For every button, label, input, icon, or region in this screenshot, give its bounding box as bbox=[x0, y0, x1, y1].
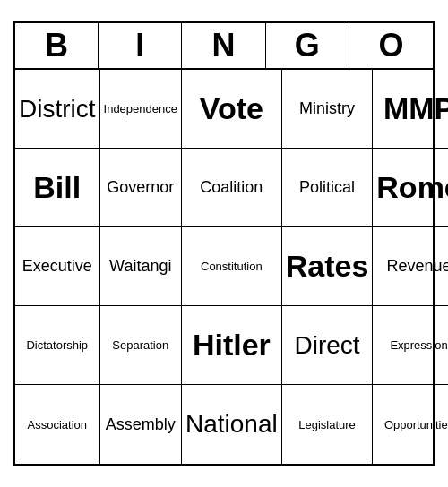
bingo-cell-23: Legislature bbox=[282, 385, 374, 464]
bingo-cell-21: Assembly bbox=[100, 385, 182, 464]
bingo-cell-13: Rates bbox=[282, 227, 374, 306]
bingo-cell-14: Revenue bbox=[373, 227, 448, 306]
bingo-cell-11: Waitangi bbox=[100, 227, 182, 306]
bingo-cell-20: Association bbox=[15, 385, 100, 464]
header-letter-B: B bbox=[15, 23, 99, 68]
bingo-cell-8: Political bbox=[282, 149, 374, 227]
bingo-cell-12: Constitution bbox=[182, 227, 282, 306]
header-letter-N: N bbox=[182, 23, 265, 68]
bingo-cell-1: Independence bbox=[100, 70, 182, 149]
bingo-cell-22: National bbox=[182, 385, 282, 464]
bingo-cell-9: Rome bbox=[373, 149, 448, 227]
bingo-cell-5: Bill bbox=[15, 149, 100, 227]
bingo-cell-15: Dictatorship bbox=[15, 306, 100, 385]
bingo-cell-16: Separation bbox=[100, 306, 182, 385]
bingo-cell-4: MMP bbox=[373, 70, 448, 149]
header-letter-I: I bbox=[99, 23, 182, 68]
bingo-grid: DistrictIndependenceVoteMinistryMMPBillG… bbox=[15, 70, 433, 464]
header-letter-G: G bbox=[266, 23, 349, 68]
bingo-cell-0: District bbox=[15, 70, 100, 149]
bingo-cell-19: Expression bbox=[373, 306, 448, 385]
bingo-cell-24: Opportunities bbox=[373, 385, 448, 464]
bingo-cell-17: Hitler bbox=[182, 306, 282, 385]
bingo-cell-2: Vote bbox=[182, 70, 282, 149]
bingo-cell-7: Coalition bbox=[182, 149, 282, 227]
bingo-card: BINGO DistrictIndependenceVoteMinistryMM… bbox=[13, 21, 435, 466]
bingo-cell-18: Direct bbox=[282, 306, 374, 385]
bingo-cell-3: Ministry bbox=[282, 70, 374, 149]
bingo-header: BINGO bbox=[15, 23, 433, 70]
header-letter-O: O bbox=[349, 23, 433, 68]
bingo-cell-6: Governor bbox=[100, 149, 182, 227]
bingo-cell-10: Executive bbox=[15, 227, 100, 306]
